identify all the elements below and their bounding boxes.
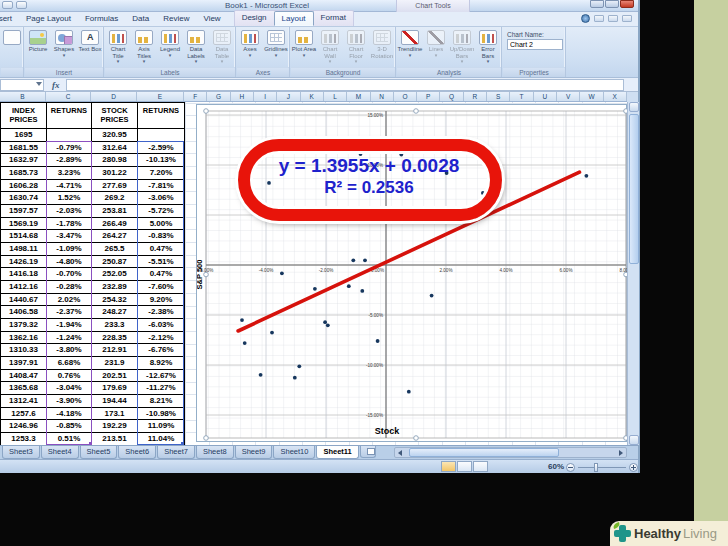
table-cell[interactable]: -10.98% [138,408,185,421]
help-icon[interactable] [581,14,590,23]
table-cell[interactable]: 253.81 [92,205,138,218]
cut-dropdown[interactable] [1,28,23,45]
restore-button[interactable] [605,0,619,8]
table-cell[interactable]: 228.35 [92,332,138,345]
column-header-I[interactable]: I [254,92,277,101]
table-cell[interactable]: 1379.32 [1,319,47,332]
table-cell[interactable]: 1569.19 [1,218,47,231]
column-header-U[interactable]: U [534,92,557,101]
table-cell[interactable]: 1257.6 [1,408,47,421]
table-cell[interactable]: 194.44 [92,395,138,408]
table-cell[interactable]: -2.89% [47,154,92,167]
table-cell[interactable]: 11.04% [138,433,185,446]
scroll-down-icon[interactable] [629,435,639,445]
ribbon-tab[interactable]: Data [125,12,156,26]
column-header-R[interactable]: R [464,92,487,101]
table-cell[interactable]: -7.60% [138,281,185,294]
table-cell[interactable]: 248.27 [92,306,138,319]
table-cell[interactable]: -2.12% [138,332,185,345]
column-header-J[interactable]: J [277,92,300,101]
column-header-F[interactable]: F [184,92,207,101]
column-header-P[interactable]: P [417,92,440,101]
table-cell[interactable]: -2.59% [138,142,185,155]
table-cell[interactable]: 9.20% [138,294,185,307]
table-cell[interactable]: -5.72% [138,205,185,218]
table-cell[interactable]: 1408.47 [1,370,47,383]
table-cell[interactable]: 264.27 [92,230,138,243]
table-cell[interactable]: -2.37% [47,306,92,319]
table-cell[interactable]: 202.51 [92,370,138,383]
table-cell[interactable]: 5.00% [138,218,185,231]
ribbon-minimize-icon[interactable] [594,15,604,22]
sheet-tab-sheet5[interactable]: Sheet5 [80,446,118,459]
column-header-Q[interactable]: Q [440,92,463,101]
axes-button[interactable]: Axes▾ [237,28,263,57]
table-cell[interactable]: 1.52% [47,192,92,205]
ribbon-tab[interactable]: Formulas [78,12,125,26]
trendline-button[interactable]: Trendline▾ [397,28,423,57]
column-header-G[interactable]: G [207,92,230,101]
column-header-O[interactable]: O [394,92,417,101]
table-cell[interactable]: 3.23% [47,167,92,180]
undo-icon[interactable] [16,1,27,9]
insert-function-icon[interactable]: fx [52,80,60,90]
table-cell[interactable]: 1253.3 [1,433,47,446]
table-cell[interactable]: 8.92% [138,357,185,370]
table-cell[interactable]: -4.18% [47,408,92,421]
table-cell[interactable]: 269.2 [92,192,138,205]
zoom-out-icon[interactable] [566,463,575,472]
ribbon-close-icon[interactable] [622,15,632,22]
table-cell[interactable]: 1426.19 [1,256,47,269]
table-cell[interactable]: 266.49 [92,218,138,231]
table-header-cell[interactable]: INDEX PRICES [1,103,47,129]
table-cell[interactable]: -3.04% [47,382,92,395]
table-cell[interactable]: 252.05 [92,268,138,281]
table-cell[interactable]: 1312.41 [1,395,47,408]
zoom-level[interactable]: 60% [548,462,564,471]
table-cell[interactable] [138,129,185,142]
table-cell[interactable]: -1.24% [47,332,92,345]
column-header-C[interactable]: C [46,92,91,101]
table-cell[interactable]: -3.80% [47,344,92,357]
legend-button[interactable]: Legend▾ [157,28,183,57]
sheet-tab-sheet6[interactable]: Sheet6 [118,446,156,459]
table-cell[interactable] [47,129,92,142]
table-cell[interactable]: 1630.74 [1,192,47,205]
horizontal-scroll-thumb[interactable] [409,448,559,457]
table-cell[interactable]: 1397.91 [1,357,47,370]
name-box[interactable] [0,79,44,91]
table-cell[interactable]: 233.3 [92,319,138,332]
normal-view-icon[interactable] [441,461,456,472]
table-header-cell[interactable]: STOCK PRICES [92,103,138,129]
insert-worksheet-tab[interactable] [360,446,376,458]
table-cell[interactable]: 192.29 [92,420,138,433]
error-bars-button[interactable]: Error Bars▾ [475,28,501,63]
table-cell[interactable]: 1310.33 [1,344,47,357]
shapes-button[interactable]: Shapes▾ [51,28,77,57]
table-cell[interactable]: -7.81% [138,180,185,193]
table-cell[interactable]: 1362.16 [1,332,47,345]
sheet-tab-sheet9[interactable]: Sheet9 [235,446,273,459]
table-cell[interactable]: -1.94% [47,319,92,332]
table-cell[interactable]: 1685.73 [1,167,47,180]
column-header-E[interactable]: E [137,92,184,101]
table-cell[interactable]: -2.38% [138,306,185,319]
table-cell[interactable]: 301.22 [92,167,138,180]
table-cell[interactable]: -10.13% [138,154,185,167]
ribbon-tab[interactable]: View [196,12,227,26]
zoom-slider-thumb[interactable] [594,463,598,472]
sheet-tab-sheet10[interactable]: Sheet10 [273,446,315,459]
table-cell[interactable]: 232.89 [92,281,138,294]
table-cell[interactable]: 6.68% [47,357,92,370]
ribbon-tab-format[interactable]: Format [314,11,353,26]
close-button[interactable] [620,0,634,8]
table-cell[interactable]: 231.9 [92,357,138,370]
minimize-button[interactable] [590,0,604,8]
table-cell[interactable]: -11.27% [138,382,185,395]
table-cell[interactable]: 7.20% [138,167,185,180]
table-cell[interactable]: 2.02% [47,294,92,307]
table-cell[interactable]: 1412.16 [1,281,47,294]
ribbon-restore-icon[interactable] [608,15,618,22]
column-header-D[interactable]: D [91,92,137,101]
column-header-N[interactable]: N [371,92,394,101]
